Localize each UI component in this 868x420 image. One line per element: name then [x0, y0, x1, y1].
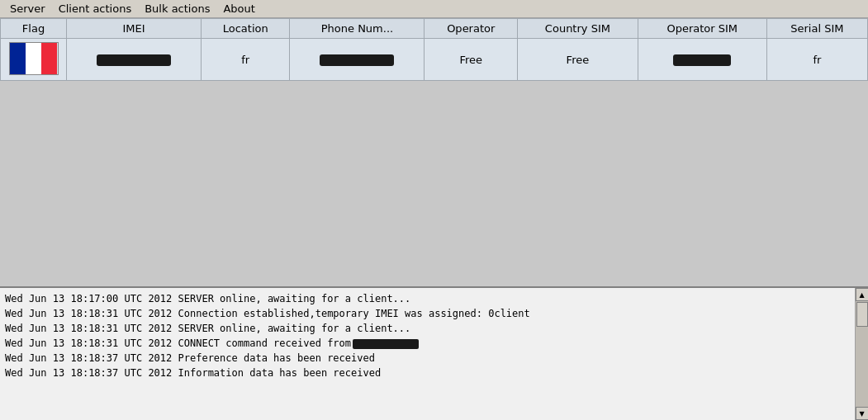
menu-client-actions[interactable]: Client actions	[52, 1, 139, 17]
log-line-5: Wed Jun 13 18:18:37 UTC 2012 Information…	[5, 366, 850, 380]
menu-bulk-actions[interactable]: Bulk actions	[138, 1, 216, 17]
flag-white-stripe	[26, 43, 41, 74]
cell-flag	[1, 39, 67, 81]
log-scrollbar[interactable]: ▲ ▼	[855, 288, 868, 420]
empty-table-area	[0, 81, 868, 205]
scroll-down-button[interactable]: ▼	[856, 407, 869, 420]
menu-about[interactable]: About	[216, 1, 261, 17]
menu-bar: Server Client actions Bulk actions About	[0, 0, 868, 18]
flag-red-stripe	[41, 43, 57, 74]
table-row[interactable]: fr Free Free fr	[1, 39, 868, 81]
cell-operator: Free	[425, 39, 518, 81]
scroll-thumb[interactable]	[856, 302, 868, 327]
cell-serial-sim: fr	[766, 39, 867, 81]
french-flag-icon	[9, 42, 59, 75]
log-line-0: Wed Jun 13 18:17:00 UTC 2012 SERVER onli…	[5, 291, 850, 306]
log-line-2: Wed Jun 13 18:18:31 UTC 2012 SERVER onli…	[5, 321, 850, 336]
col-location: Location	[201, 19, 290, 39]
cell-location: fr	[201, 39, 290, 81]
redacted-operator-sim	[673, 54, 731, 66]
log-line-3: Wed Jun 13 18:18:31 UTC 2012 CONNECT com…	[5, 336, 850, 351]
log-line-4: Wed Jun 13 18:18:37 UTC 2012 Preference …	[5, 351, 850, 366]
scroll-track	[856, 301, 868, 407]
table-header-row: Flag IMEI Location Phone Num... Operator…	[1, 19, 868, 39]
col-imei: IMEI	[67, 19, 202, 39]
col-flag: Flag	[1, 19, 67, 39]
cell-imei	[67, 39, 202, 81]
col-country-sim: Country SIM	[518, 19, 638, 39]
redacted-phone	[320, 54, 394, 66]
log-line-1: Wed Jun 13 18:18:31 UTC 2012 Connection …	[5, 306, 850, 321]
col-serial-sim: Serial SIM	[766, 19, 867, 39]
col-operator-sim: Operator SIM	[638, 19, 766, 39]
col-operator: Operator	[425, 19, 518, 39]
data-table: Flag IMEI Location Phone Num... Operator…	[0, 18, 868, 81]
cell-phone	[290, 39, 425, 81]
main-content: Flag IMEI Location Phone Num... Operator…	[0, 18, 868, 420]
table-area: Flag IMEI Location Phone Num... Operator…	[0, 18, 868, 288]
col-phone: Phone Num...	[290, 19, 425, 39]
scroll-up-button[interactable]: ▲	[856, 288, 869, 301]
cell-country-sim: Free	[518, 39, 638, 81]
redacted-imei	[97, 54, 171, 66]
cell-operator-sim	[638, 39, 766, 81]
menu-server[interactable]: Server	[3, 1, 52, 17]
flag-blue-stripe	[10, 43, 26, 74]
log-output: Wed Jun 13 18:17:00 UTC 2012 SERVER onli…	[0, 288, 855, 420]
log-section: Wed Jun 13 18:17:00 UTC 2012 SERVER onli…	[0, 288, 868, 420]
